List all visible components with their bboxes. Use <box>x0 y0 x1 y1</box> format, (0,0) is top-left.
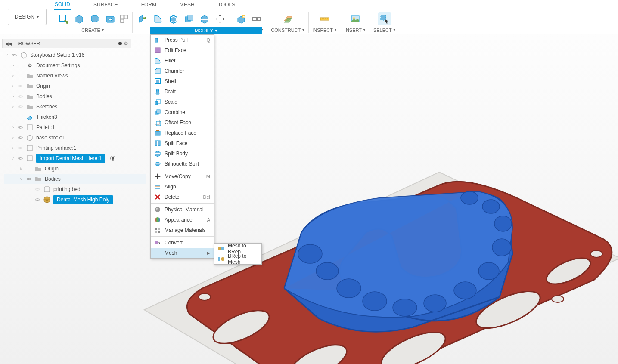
move-icon[interactable] <box>214 12 227 25</box>
menu-align[interactable]: Align <box>151 182 214 192</box>
tree-doc-settings[interactable]: ⚙ Document Settings <box>4 60 146 71</box>
shell-icon[interactable] <box>167 12 180 25</box>
svg-rect-89 <box>158 231 160 233</box>
toolgroup-construct-label[interactable]: CONSTRUCT▼ <box>271 28 305 33</box>
eye-icon[interactable] <box>34 186 40 192</box>
svg-rect-70 <box>155 120 159 124</box>
svg-point-10 <box>298 244 322 263</box>
menu-draft[interactable]: Draft <box>151 86 214 97</box>
menu-mesh-submenu[interactable]: Mesh▶ <box>151 248 214 258</box>
svg-rect-31 <box>188 15 193 20</box>
tree-bodies2[interactable]: Bodies <box>4 174 146 184</box>
tree-import-dental[interactable]: Import Dental Mesh Here:1 <box>4 153 146 163</box>
collapse-icon[interactable]: ◀◀ <box>5 41 12 46</box>
modify-dropdown-header[interactable]: MODIFY ▼ <box>150 27 262 34</box>
sketch-icon[interactable] <box>57 12 70 25</box>
eye-icon[interactable] <box>17 124 23 130</box>
tree-root[interactable]: Storyboard Setup 1 v16 <box>4 50 146 60</box>
toolgroup-insert: INSERT▼ <box>341 12 370 33</box>
tree-bodies[interactable]: Bodies <box>4 91 146 102</box>
menu-convert[interactable]: Convert <box>151 238 214 248</box>
revolve-icon[interactable] <box>88 12 101 25</box>
svg-point-14 <box>393 299 417 316</box>
splitbody-icon <box>154 150 161 157</box>
eye-icon[interactable] <box>17 93 23 99</box>
toolgroup-inspect-label[interactable]: INSPECT▼ <box>312 28 337 33</box>
insert-image-icon[interactable] <box>349 12 362 25</box>
eye-icon[interactable] <box>11 52 17 58</box>
tab-form[interactable]: FORM <box>140 0 157 9</box>
design-workspace-button[interactable]: DESIGN ▼ <box>8 9 47 25</box>
combine-icon[interactable] <box>183 12 196 25</box>
eye-icon[interactable] <box>34 197 40 203</box>
menu-delete[interactable]: DeleteDel <box>151 192 214 202</box>
select-icon[interactable] <box>378 12 391 25</box>
toolgroup-select-label[interactable]: SELECT▼ <box>373 28 396 33</box>
presspull-icon[interactable] <box>136 12 149 25</box>
tab-surface[interactable]: SURFACE <box>93 0 119 9</box>
tree-base-stock[interactable]: base stock:1 <box>4 133 146 143</box>
new-component-icon[interactable]: ★ <box>235 12 248 25</box>
tab-tools[interactable]: TOOLS <box>217 0 236 9</box>
eye-icon[interactable] <box>17 155 23 161</box>
create-misc-icon[interactable] <box>119 14 129 24</box>
svg-point-18 <box>492 239 511 256</box>
menu-chamfer[interactable]: Chamfer <box>151 66 214 76</box>
eye-icon[interactable] <box>17 145 23 151</box>
tree-origin2[interactable]: Origin <box>4 163 146 174</box>
svg-rect-59 <box>44 187 50 192</box>
tree-thicken[interactable]: Thicken3 <box>4 112 146 122</box>
workspace-tabbar: SOLID SURFACE FORM MESH TOOLS <box>54 0 236 9</box>
menu-split-body[interactable]: Split Body <box>151 148 214 159</box>
menu-appearance[interactable]: AppearanceA <box>151 215 214 225</box>
svg-point-16 <box>454 282 476 299</box>
svg-point-57 <box>28 178 30 180</box>
svg-rect-66 <box>155 101 158 105</box>
tab-mesh[interactable]: MESH <box>179 0 196 9</box>
menu-offset-face[interactable]: Offset Face <box>151 117 214 128</box>
tree-pallet[interactable]: Pallet :1 <box>4 122 146 133</box>
tree-sketches[interactable]: Sketches <box>4 102 146 112</box>
menu-move-copy[interactable]: Move/CopyM <box>151 171 214 182</box>
tab-solid[interactable]: SOLID <box>54 0 71 10</box>
eye-icon[interactable] <box>17 135 23 141</box>
construct-plane-icon[interactable] <box>282 12 295 25</box>
toolgroup-create-label[interactable]: CREATE▼ <box>81 28 105 33</box>
svg-rect-78 <box>155 185 160 186</box>
eye-icon[interactable] <box>17 104 23 110</box>
menu-press-pull[interactable]: Press PullQ <box>151 35 214 45</box>
tree-origin[interactable]: Origin <box>4 81 146 91</box>
tree-dental-mesh[interactable]: Dental Mesh High Poly <box>4 194 146 205</box>
browser-panel-header[interactable]: ◀◀ BROWSER ⚙ <box>2 39 131 48</box>
menu-silhouette[interactable]: Silhouette Split <box>151 159 214 169</box>
activate-radio-icon[interactable] <box>110 156 115 161</box>
fillet-icon[interactable] <box>152 12 165 25</box>
menu-brep-to-mesh[interactable]: BRep to Mesh <box>214 254 261 264</box>
eye-icon[interactable] <box>17 83 23 89</box>
tree-printing-bed[interactable]: printing bed <box>4 184 146 194</box>
silhouette-icon <box>154 160 161 167</box>
menu-combine[interactable]: Combine <box>151 107 214 117</box>
scale-icon <box>154 99 161 105</box>
toolgroup-insert-label[interactable]: INSERT▼ <box>345 28 366 33</box>
folder-icon <box>26 103 34 111</box>
menu-replace-face[interactable]: Replace Face <box>151 128 214 138</box>
gear-icon[interactable]: ⚙ <box>124 40 128 46</box>
menu-scale[interactable]: Scale <box>151 97 214 107</box>
split-icon[interactable] <box>198 12 211 25</box>
menu-shell[interactable]: Shell <box>151 76 214 86</box>
joint-icon[interactable] <box>250 12 263 25</box>
tree-printing-surface[interactable]: Printing surface:1 <box>4 143 146 153</box>
measure-icon[interactable] <box>318 12 331 25</box>
tree-named-views[interactable]: Named Views <box>4 71 146 81</box>
extrude-icon[interactable] <box>73 12 86 25</box>
hole-icon[interactable] <box>104 12 117 25</box>
svg-point-53 <box>19 147 21 149</box>
eye-icon[interactable] <box>26 176 32 182</box>
menu-physical-material[interactable]: Physical Material <box>151 204 214 215</box>
menu-fillet[interactable]: FilletF <box>151 56 214 66</box>
menu-manage-materials[interactable]: Manage Materials <box>151 225 214 235</box>
menu-edit-face[interactable]: Edit Face <box>151 45 214 56</box>
menu-mesh-to-brep[interactable]: Mesh to BRep <box>214 244 261 254</box>
menu-split-face[interactable]: Split Face <box>151 138 214 148</box>
